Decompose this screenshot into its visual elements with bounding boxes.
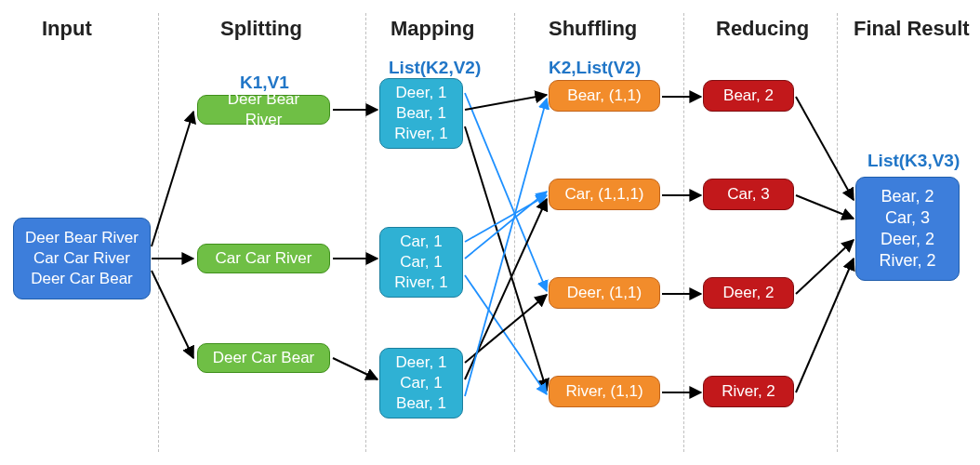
svg-line-20 [796, 195, 854, 219]
reduce-1: Car, 3 [703, 179, 794, 210]
divider [158, 13, 159, 452]
shuffle-3: River, (1,1) [549, 376, 660, 407]
reduce-2: Deer, 2 [703, 277, 794, 309]
subtitle-result: List(K3,V3) [867, 151, 960, 171]
subtitle-map: List(K2,V2) [389, 58, 481, 78]
stage-title-split: Splitting [220, 17, 302, 41]
stage-title-shuffle: Shuffling [549, 17, 637, 41]
map-2: Deer, 1 Car, 1 Bear, 1 [379, 348, 463, 418]
subtitle-shuffle: K2,List(V2) [549, 58, 641, 78]
final-result: Bear, 2 Car, 3 Deer, 2 River, 2 [855, 177, 960, 281]
split-2: Deer Car Bear [197, 343, 330, 373]
split-1: Car Car River [197, 244, 330, 273]
divider [365, 13, 366, 452]
svg-line-9 [465, 195, 547, 242]
svg-line-19 [796, 97, 854, 200]
split-0: Deer Bear River [197, 95, 330, 125]
stage-title-result: Final Result [854, 17, 970, 41]
svg-line-8 [465, 126, 547, 391]
svg-line-10 [465, 192, 547, 259]
svg-line-14 [465, 99, 547, 396]
input-block: Deer Bear River Car Car River Deer Car B… [13, 218, 151, 299]
svg-line-11 [465, 275, 547, 394]
reduce-3: River, 2 [703, 376, 794, 407]
svg-line-5 [333, 358, 377, 379]
svg-line-6 [465, 93, 547, 291]
stage-title-map: Mapping [391, 17, 474, 41]
reduce-0: Bear, 2 [703, 80, 794, 112]
svg-line-22 [796, 259, 854, 392]
shuffle-0: Bear, (1,1) [549, 80, 660, 112]
map-1: Car, 1 Car, 1 River, 1 [379, 227, 463, 298]
map-0: Deer, 1 Bear, 1 River, 1 [379, 78, 463, 149]
svg-line-13 [465, 199, 547, 379]
svg-line-21 [796, 240, 854, 294]
shuffle-1: Car, (1,1,1) [549, 179, 660, 210]
divider [837, 13, 838, 452]
shuffle-2: Deer, (1,1) [549, 277, 660, 309]
stage-title-input: Input [42, 17, 92, 41]
stage-title-reduce: Reducing [716, 17, 809, 41]
divider [514, 13, 515, 452]
divider [683, 13, 684, 452]
svg-line-12 [465, 295, 547, 363]
svg-line-7 [465, 95, 547, 110]
